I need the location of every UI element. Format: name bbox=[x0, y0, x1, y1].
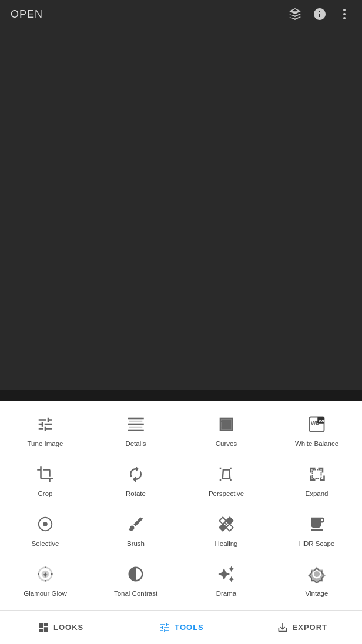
glamour-glow-label: Glamour Glow bbox=[24, 589, 67, 598]
export-label: EXPORT bbox=[293, 623, 327, 632]
tools-grid: Tune Image Details Curves WB WB bbox=[0, 401, 362, 610]
svg-point-9 bbox=[43, 522, 48, 526]
healing-icon bbox=[216, 514, 237, 535]
brush-icon bbox=[125, 514, 146, 535]
tool-curves[interactable]: Curves bbox=[181, 405, 272, 455]
selective-label: Selective bbox=[32, 539, 59, 548]
tool-rotate[interactable]: Rotate bbox=[90, 455, 181, 505]
vintage-label: Vintage bbox=[306, 589, 329, 598]
nav-export[interactable]: EXPORT bbox=[242, 611, 362, 644]
crop-icon bbox=[35, 464, 56, 485]
expand-icon bbox=[306, 464, 327, 485]
drama-label: Drama bbox=[216, 589, 237, 598]
tune-image-icon bbox=[35, 414, 56, 435]
details-label: Details bbox=[125, 440, 146, 448]
expand-label: Expand bbox=[305, 489, 328, 498]
perspective-label: Perspective bbox=[209, 489, 244, 498]
selective-icon bbox=[35, 514, 56, 535]
tool-healing[interactable]: Healing bbox=[181, 505, 272, 555]
layers-button[interactable] bbox=[288, 7, 302, 21]
tool-glamour-glow[interactable]: Glamour Glow bbox=[0, 555, 90, 605]
svg-point-1 bbox=[343, 13, 346, 15]
tool-perspective[interactable]: Perspective bbox=[181, 455, 272, 505]
svg-text:WB: WB bbox=[319, 418, 326, 424]
tool-selective[interactable]: Selective bbox=[0, 505, 90, 555]
svg-rect-7 bbox=[313, 470, 321, 479]
tool-tonal-contrast[interactable]: Tonal Contrast bbox=[90, 555, 181, 605]
drama-icon bbox=[216, 564, 237, 585]
info-button[interactable] bbox=[313, 7, 327, 21]
tools-panel: Tune Image Details Curves WB WB bbox=[0, 401, 362, 644]
canvas-stripe bbox=[0, 390, 362, 401]
nav-tools[interactable]: TOOLS bbox=[120, 611, 241, 644]
crop-label: Crop bbox=[38, 489, 53, 498]
tools-icon bbox=[158, 621, 171, 634]
svg-point-0 bbox=[343, 9, 346, 11]
nav-looks[interactable]: LOOKS bbox=[0, 611, 120, 644]
brush-label: Brush bbox=[127, 539, 145, 548]
rotate-label: Rotate bbox=[126, 489, 146, 498]
tool-drama[interactable]: Drama bbox=[181, 555, 272, 605]
hdr-scape-label: HDR Scape bbox=[299, 539, 335, 548]
tonal-contrast-label: Tonal Contrast bbox=[114, 589, 157, 598]
top-bar: OPEN bbox=[0, 0, 362, 28]
perspective-icon bbox=[216, 464, 237, 485]
rotate-icon bbox=[125, 464, 146, 485]
svg-point-2 bbox=[343, 17, 346, 19]
looks-icon bbox=[37, 621, 50, 634]
tool-crop[interactable]: Crop bbox=[0, 455, 90, 505]
tonal-contrast-icon bbox=[125, 564, 146, 585]
glamour-glow-icon bbox=[35, 564, 56, 585]
top-bar-right bbox=[288, 7, 351, 21]
tune-image-label: Tune Image bbox=[28, 440, 63, 448]
details-icon bbox=[125, 414, 146, 435]
white-balance-label: White Balance bbox=[295, 440, 338, 448]
tool-white-balance[interactable]: WB WB White Balance bbox=[272, 405, 362, 455]
hdr-scape-icon bbox=[306, 514, 327, 535]
tools-label: TOOLS bbox=[175, 623, 204, 632]
open-button[interactable]: OPEN bbox=[11, 8, 43, 21]
tool-expand[interactable]: Expand bbox=[272, 455, 362, 505]
looks-label: LOOKS bbox=[53, 623, 83, 632]
healing-label: Healing bbox=[215, 539, 238, 548]
tool-details[interactable]: Details bbox=[90, 405, 181, 455]
canvas-area bbox=[0, 28, 362, 401]
curves-icon bbox=[216, 414, 237, 435]
bottom-nav: LOOKS TOOLS EXPORT bbox=[0, 610, 362, 644]
tool-vintage[interactable]: Vintage bbox=[272, 555, 362, 605]
curves-label: Curves bbox=[216, 440, 237, 448]
tool-brush[interactable]: Brush bbox=[90, 505, 181, 555]
tool-hdr-scape[interactable]: HDR Scape bbox=[272, 505, 362, 555]
more-button[interactable] bbox=[337, 7, 351, 21]
tool-tune-image[interactable]: Tune Image bbox=[0, 405, 90, 455]
vintage-icon bbox=[306, 564, 327, 585]
white-balance-icon: WB WB bbox=[306, 414, 327, 435]
export-icon bbox=[276, 621, 289, 634]
